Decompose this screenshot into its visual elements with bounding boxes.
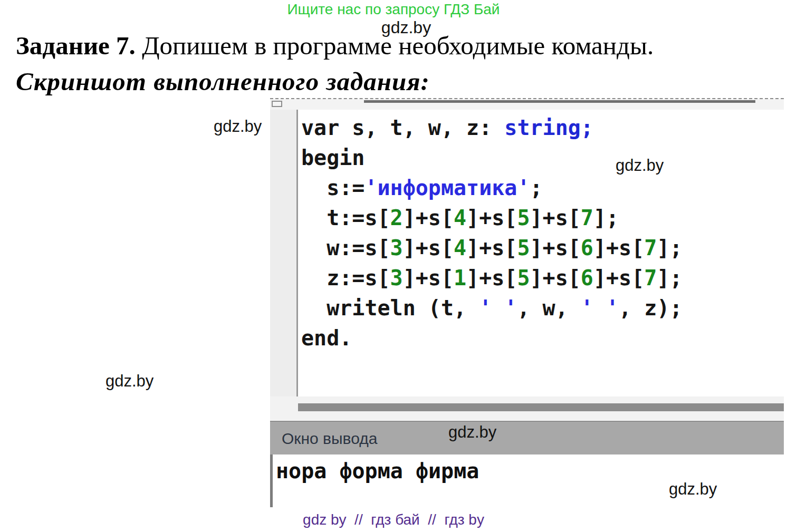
editor-top-divider-line xyxy=(364,100,755,103)
output-window-title: Окно вывода xyxy=(270,422,377,448)
code-line-6: z:=s[3]+s[1]+s[5]+s[6]+s[7]; xyxy=(301,263,784,293)
code-token-plain: ]+s[ xyxy=(403,236,454,260)
code-line-3: s:='информатика'; xyxy=(301,173,784,203)
watermark-bottom-right: gdz.by xyxy=(669,480,717,499)
code-token-plain: t:=s[ xyxy=(301,206,390,230)
watermark-left-of-editor: gdz.by xyxy=(214,117,262,136)
task-subtitle: Скриншот выполненного задания: xyxy=(16,66,430,96)
code-token-plain: w:=s[ xyxy=(301,236,390,260)
code-token-plain: ]+s[ xyxy=(403,206,454,230)
code-token-number: 7 xyxy=(644,266,657,290)
code-token-string: ' ' xyxy=(479,296,517,320)
watermark-left-bottom: gdz.by xyxy=(105,372,153,391)
code-token-number: 7 xyxy=(644,236,657,260)
code-token-plain: ]; xyxy=(657,236,682,260)
task-number: Задание 7. xyxy=(16,31,136,60)
code-line-7: writeln (t, ' ', w, ' ', z); xyxy=(301,293,784,323)
code-line-8: end. xyxy=(301,323,784,353)
code-token-plain: ]+s[ xyxy=(466,236,517,260)
watermark-in-code: gdz.by xyxy=(616,156,664,175)
code-token-plain: s:= xyxy=(301,176,364,200)
program-output-text: нора форма фирма xyxy=(276,459,479,483)
code-token-plain: ]; xyxy=(657,266,682,290)
code-token-number: 6 xyxy=(581,236,593,260)
code-token-number: 4 xyxy=(454,236,466,260)
code-token-plain: end. xyxy=(301,326,352,350)
code-token-number: 3 xyxy=(390,236,403,260)
code-token-plain: writeln (t, xyxy=(301,296,479,320)
code-token-plain: ]+s[ xyxy=(593,236,644,260)
code-lines: var s, t, w, z: string;begin s:='информа… xyxy=(298,110,784,396)
task-description: Допишем в программе необходимые команды. xyxy=(136,31,654,60)
code-line-4: t:=s[2]+s[4]+s[5]+s[7]; xyxy=(301,203,784,233)
code-token-plain: , z); xyxy=(619,296,682,320)
horizontal-scrollbar xyxy=(270,396,784,420)
code-token-plain: ]+s[ xyxy=(530,236,581,260)
code-token-plain: , w, xyxy=(517,296,580,320)
code-token-plain: ]+s[ xyxy=(403,266,454,290)
code-token-number: 1 xyxy=(454,266,466,290)
code-token-number: 5 xyxy=(517,206,530,230)
code-line-1: var s, t, w, z: string; xyxy=(301,113,784,143)
output-window-header: Окно вывода xyxy=(270,421,784,454)
code-token-number: 5 xyxy=(517,266,530,290)
editor-top-tab-notch xyxy=(272,101,282,107)
code-token-number: 3 xyxy=(390,266,403,290)
code-token-plain: z:=s[ xyxy=(301,266,390,290)
editor-main-area: var s, t, w, z: string;begin s:='информа… xyxy=(270,110,784,396)
task-title: Задание 7. Допишем в программе необходим… xyxy=(16,31,654,61)
code-line-2: begin xyxy=(301,143,784,173)
code-token-number: 6 xyxy=(581,266,593,290)
code-token-string: 'информатика' xyxy=(364,176,530,200)
code-token-keyword: string; xyxy=(504,115,593,140)
scrollbar-thumb xyxy=(298,403,784,411)
code-line-5: w:=s[3]+s[4]+s[5]+s[6]+s[7]; xyxy=(301,233,784,263)
code-token-plain: ; xyxy=(530,176,543,200)
code-token-plain: ]+s[ xyxy=(466,206,517,230)
code-token-plain: ]; xyxy=(593,206,619,230)
editor-gutter xyxy=(270,110,298,396)
promo-banner: Ищите нас по запросу ГДЗ Бай xyxy=(0,1,787,18)
code-token-plain: ]+s[ xyxy=(466,266,517,290)
code-token-plain: ]+s[ xyxy=(530,206,581,230)
gdz-answer-page: Ищите нас по запросу ГДЗ Бай gdz.by Зада… xyxy=(0,0,787,532)
code-token-string: ' ' xyxy=(581,296,619,320)
pascal-code-editor-screenshot: var s, t, w, z: string;begin s:='информа… xyxy=(270,98,784,419)
code-token-number: 7 xyxy=(581,206,593,230)
watermark-over-output-header: gdz.by xyxy=(448,423,496,442)
editor-top-bar xyxy=(270,99,784,110)
code-token-plain: var s, t, w, z: xyxy=(301,115,504,140)
code-token-plain: ]+s[ xyxy=(593,266,644,290)
code-token-number: 4 xyxy=(454,206,466,230)
code-token-number: 5 xyxy=(517,236,530,260)
footer-credits: gdz by // гдз бай // гдз by xyxy=(0,511,787,528)
code-token-plain: ]+s[ xyxy=(530,266,581,290)
code-token-number: 2 xyxy=(390,206,403,230)
code-token-plain: begin xyxy=(301,146,364,170)
